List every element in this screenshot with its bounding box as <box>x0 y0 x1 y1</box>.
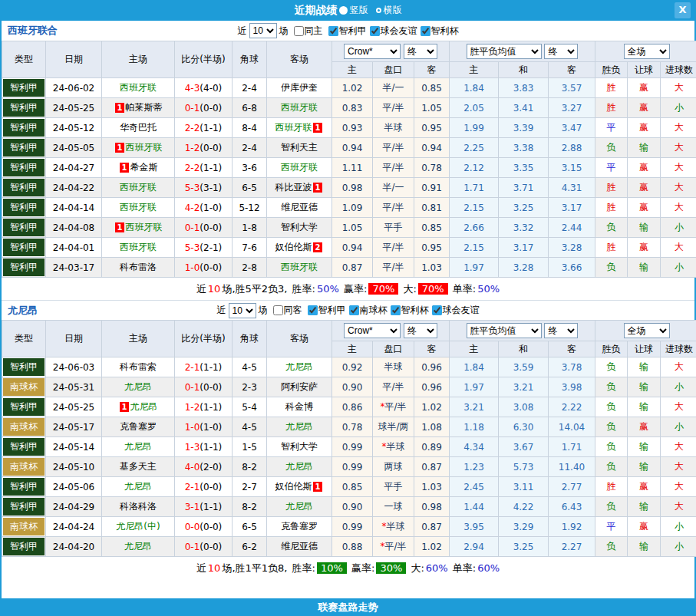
col-avg-away: 客 <box>549 341 595 357</box>
league-checkbox[interactable] <box>370 26 380 36</box>
league-checkbox[interactable] <box>421 26 430 36</box>
same-venue-checkbox[interactable] <box>294 26 304 36</box>
handicap-line: *平/半 <box>373 397 414 417</box>
avg-draw-odds: 5.73 <box>499 457 549 477</box>
result-wdl: 平 <box>595 118 628 138</box>
away-odds: 0.85 <box>414 78 450 98</box>
avg-home-odds: 1.84 <box>450 78 499 98</box>
league-filter[interactable]: 智利甲 <box>305 304 346 317</box>
odds-company-select[interactable]: Crow* <box>344 44 401 59</box>
avg-away-odds: 3.15 <box>549 158 595 178</box>
league-filter[interactable]: 智利杯 <box>417 25 459 38</box>
filter-bar: 近 10 场 同客 智利甲南球杯智利杯球会友谊 <box>2 301 694 320</box>
match-row: 智利甲24-05-06尤尼昂2-1(0-0)2-7奴伯伦斯10.85平手1.03… <box>2 477 696 497</box>
away-odds: 1.03 <box>414 477 450 497</box>
handicap-line: 平/半 <box>373 138 414 158</box>
match-date: 24-04-24 <box>46 517 102 537</box>
avg-stage-select[interactable]: 终 <box>544 44 578 59</box>
summary-stat-label: 胜率: <box>289 562 315 575</box>
games-count-select[interactable]: 10 <box>249 23 277 38</box>
close-icon[interactable]: X <box>675 2 691 18</box>
avg-draw-odds: 3.29 <box>499 517 549 537</box>
result-goals: 大 <box>661 477 696 497</box>
match-row: 智利甲24-05-14尤尼昂1-3(1-1)1-5智利大学0.99*半球0.89… <box>2 437 696 457</box>
odds-stage-select[interactable]: 终 <box>404 44 437 59</box>
portrait-radio-selected-icon[interactable] <box>339 6 348 15</box>
result-wdl: 平 <box>595 517 628 537</box>
avg-type-select[interactable]: 胜平负均值 <box>467 323 542 338</box>
league-checkbox[interactable] <box>308 305 318 315</box>
score: 0-1(0-0) <box>175 98 233 118</box>
avg-away-odds: 6.43 <box>549 497 595 517</box>
col-type: 类型 <box>2 41 46 78</box>
col-wdl: 胜负 <box>595 62 628 78</box>
title-bar: 近期战绩 竖版 横版 X <box>2 0 694 21</box>
games-count-select[interactable]: 10 <box>229 303 256 318</box>
league-checkbox[interactable] <box>432 305 442 315</box>
landscape-radio-label[interactable]: 横版 <box>384 4 402 17</box>
league-filter[interactable]: 南球杯 <box>346 304 388 317</box>
league-type-badge: 智利甲 <box>2 357 46 377</box>
avg-away-odds: 2.27 <box>549 537 595 557</box>
league-trend-link[interactable]: 联赛盘路走势 <box>2 598 694 616</box>
same-venue-checkbox[interactable] <box>273 305 283 315</box>
away-odds: 1.03 <box>414 258 450 278</box>
col-avg-away: 客 <box>549 62 595 78</box>
result-handicap: 赢 <box>628 158 661 178</box>
summary-stat-value: 60% <box>477 562 500 574</box>
summary-stat-value: 50% <box>317 283 339 295</box>
match-date: 24-04-08 <box>46 218 102 238</box>
scope-select[interactable]: 全场 <box>624 323 670 338</box>
away-odds: 1.05 <box>414 98 450 118</box>
scope-select[interactable]: 全场 <box>624 44 670 59</box>
away-odds: 1.08 <box>414 417 450 437</box>
result-handicap: 输 <box>628 537 661 557</box>
league-checkbox[interactable] <box>349 305 359 315</box>
match-row: 南球杯24-05-10基多天主4-0(2-0)8-2尤尼昂0.99两球0.871… <box>2 457 696 477</box>
portrait-radio-label[interactable]: 竖版 <box>350 4 368 17</box>
result-handicap: 赢 <box>628 477 661 497</box>
match-date: 24-05-17 <box>46 417 102 437</box>
home-odds: 1.05 <box>332 218 373 238</box>
league-type-badge: 智利甲 <box>2 138 46 158</box>
matches-table-2: 类型 日期 主场 比分(半场) 角球 客场 Crow* 终 胜平负均值 终 全场 <box>2 320 696 557</box>
avg-home-odds: 2.45 <box>450 477 499 497</box>
league-checkbox[interactable] <box>391 305 401 315</box>
avg-home-odds: 2.12 <box>450 158 499 178</box>
landscape-radio-icon[interactable] <box>376 8 381 13</box>
score: 3-1(1-1) <box>175 497 233 517</box>
red-card-badge: 1 <box>313 482 323 492</box>
col-avg-draw: 和 <box>499 62 549 78</box>
section-bar-home-team: 西班牙联合 近 10 场 同主 智利甲球会友谊智利杯 <box>2 21 694 41</box>
league-filter[interactable]: 球会友谊 <box>367 25 417 38</box>
league-filter[interactable]: 智利杯 <box>388 304 429 317</box>
corner-score: 6-8 <box>233 98 267 118</box>
avg-type-select[interactable]: 胜平负均值 <box>467 44 542 59</box>
same-venue-filter[interactable]: 同主 <box>291 25 323 38</box>
home-team: 尤尼昂 <box>102 377 175 397</box>
league-filter[interactable]: 智利甲 <box>325 25 367 38</box>
odds-company-select[interactable]: Crow* <box>344 323 401 338</box>
avg-draw-odds: 3.32 <box>499 218 549 238</box>
avg-home-odds: 1.18 <box>450 417 499 437</box>
result-handicap: 赢 <box>628 118 661 138</box>
match-date: 24-04-29 <box>46 497 102 517</box>
result-goals: 大 <box>661 158 696 178</box>
home-odds: 1.09 <box>332 198 373 218</box>
odds-stage-select[interactable]: 终 <box>404 323 437 338</box>
record-summary-1: 近10场,胜5平2负3, 胜率:50% 赢率:70% 大:70% 单率:50% <box>2 278 694 300</box>
handicap-line: 一球 <box>373 497 414 517</box>
same-venue-filter[interactable]: 同客 <box>270 304 302 317</box>
result-wdl: 负 <box>595 397 628 417</box>
home-odds: 0.99 <box>332 457 373 477</box>
league-filter[interactable]: 球会友谊 <box>429 304 480 317</box>
league-checkbox[interactable] <box>328 26 338 36</box>
avg-home-odds: 2.15 <box>450 198 499 218</box>
away-odds: 0.87 <box>414 457 450 477</box>
corner-score: 8-2 <box>233 457 267 477</box>
result-goals: 小 <box>661 377 696 397</box>
avg-home-odds: 1.97 <box>450 258 499 278</box>
avg-stage-select[interactable]: 终 <box>544 323 578 338</box>
home-team: 尤尼昂(中) <box>102 517 175 537</box>
league-type-badge: 智利甲 <box>2 118 46 138</box>
